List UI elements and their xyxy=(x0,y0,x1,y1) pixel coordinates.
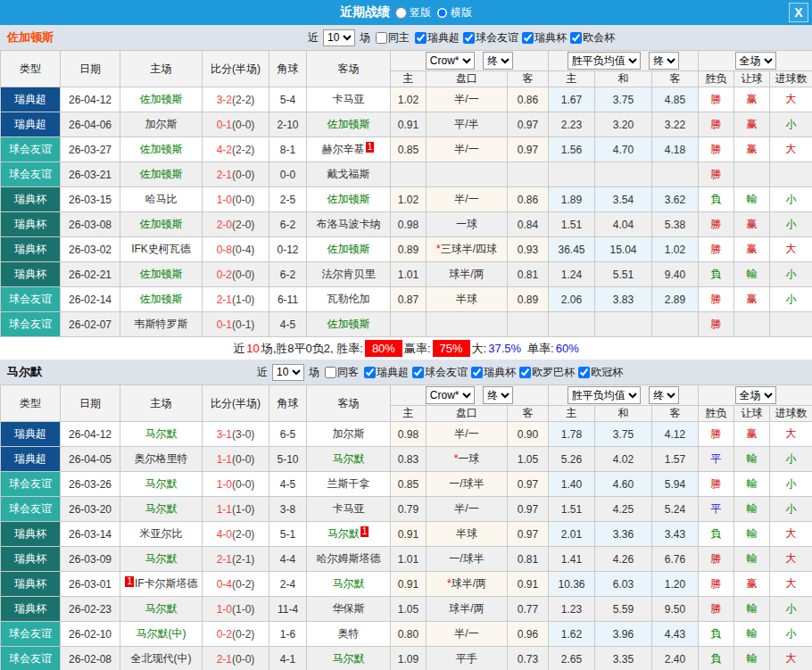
same-venue-filter[interactable]: 同主 xyxy=(376,30,410,45)
league-filter[interactable]: 球会友谊 xyxy=(463,30,518,45)
home-water-cell xyxy=(391,162,427,187)
league-checkbox[interactable] xyxy=(578,367,590,378)
league-filter[interactable]: 球会友谊 xyxy=(412,365,468,380)
away-water-cell: 0.97 xyxy=(508,472,549,497)
close-button[interactable]: X xyxy=(789,3,808,22)
summary-count: 10 xyxy=(246,342,259,355)
sub-home-water: 主 xyxy=(391,406,427,422)
league-filter-group: 瑞典超球会友谊瑞典杯欧罗巴杯欧冠杯 xyxy=(360,365,623,380)
handicap-result-cell: 輸 xyxy=(734,597,770,622)
same-venue-filter[interactable]: 同客 xyxy=(325,365,359,380)
result-text: 勝 xyxy=(711,293,722,305)
handicap-cell: 半/一 xyxy=(427,422,508,447)
horizontal-radio-input[interactable] xyxy=(436,7,448,19)
avg-odds-select[interactable]: 胜平负均值 xyxy=(568,386,641,404)
league-checkbox[interactable] xyxy=(364,367,376,378)
fulltime-score: 0-8 xyxy=(217,244,232,256)
league-filter[interactable]: 瑞典超 xyxy=(364,365,409,380)
away-water-cell: 0.86 xyxy=(508,187,549,212)
avg-home-cell: 36.45 xyxy=(549,237,595,262)
away-team-cell: 马尔默 xyxy=(307,572,391,597)
final-avg-select[interactable]: 终 xyxy=(649,386,679,404)
full-match-select[interactable]: 全场 xyxy=(735,52,776,70)
result-text: 小 xyxy=(786,218,797,230)
handicap-line: 半球 xyxy=(456,527,477,540)
avg-odds-select[interactable]: 胜平负均值 xyxy=(568,52,641,70)
date-cell: 26-04-06 xyxy=(61,112,120,137)
vertical-radio-input[interactable] xyxy=(395,7,407,19)
full-match-select[interactable]: 全场 xyxy=(735,386,776,404)
league-checkbox[interactable] xyxy=(519,367,531,378)
away-water-cell: 0.86 xyxy=(508,87,549,112)
outcome-cell: 勝 xyxy=(699,112,734,137)
match-row: 瑞典杯26-03-011IF卡尔斯塔德0-4(0-2)2-4马尔默0.91*球半… xyxy=(1,572,812,597)
layout-radio-vertical[interactable]: 竖版 xyxy=(395,5,431,21)
halftime-score: (2-2) xyxy=(232,94,254,106)
league-filter[interactable]: 瑞典超 xyxy=(415,30,460,45)
home-water-cell: 0.87 xyxy=(391,287,427,312)
handicap-line: 平手 xyxy=(456,652,477,665)
league-filter[interactable]: 欧冠杯 xyxy=(578,365,623,380)
league-checkbox[interactable] xyxy=(415,32,427,44)
match-row: 瑞典杯26-03-08佐加顿斯2-0(2-0)6-2布洛马波卡纳0.98一球0.… xyxy=(1,212,812,237)
home-water-value: 1.09 xyxy=(398,653,418,666)
red-card-badge: 1 xyxy=(366,142,375,153)
handicap-line: 半/一 xyxy=(454,502,478,515)
sub-home-water: 主 xyxy=(391,71,427,87)
home-water-cell: 0.91 xyxy=(391,572,427,597)
league-filter[interactable]: 瑞典杯 xyxy=(522,30,567,45)
handicap-result-cell: 輸 xyxy=(734,647,770,670)
league-checkbox[interactable] xyxy=(412,367,424,378)
league-checkbox[interactable] xyxy=(522,32,534,44)
result-text: 勝 xyxy=(711,143,722,155)
odds-company-select[interactable]: Crow* xyxy=(426,386,475,404)
league-filter[interactable]: 欧会杯 xyxy=(570,30,615,45)
home-team-name: 马尔默 xyxy=(145,552,178,565)
date-cell: 26-03-08 xyxy=(61,212,120,237)
handicap-line: 一/球半 xyxy=(449,552,484,565)
same-venue-checkbox[interactable] xyxy=(376,32,387,44)
final-avg-select[interactable]: 终 xyxy=(649,52,679,70)
league-type-label: 瑞典超 xyxy=(14,93,46,105)
league-checkbox[interactable] xyxy=(463,32,475,44)
avg-odds-value: 2.06 xyxy=(561,294,582,306)
home-water-cell: 0.89 xyxy=(391,237,427,262)
odds-company-select[interactable]: Crow* xyxy=(426,52,475,70)
home-team-cell: 加尔斯 xyxy=(120,112,203,137)
away-water-value: 0.77 xyxy=(518,603,538,616)
handicap-result-cell: 赢 xyxy=(734,287,770,312)
outcome-cell: 勝 xyxy=(699,87,734,112)
outcome-cell: 負 xyxy=(699,622,734,647)
same-venue-checkbox[interactable] xyxy=(325,367,336,378)
final-odds-select[interactable]: 终 xyxy=(483,52,513,70)
home-team-name: 马尔默 xyxy=(145,427,178,440)
type-cell: 瑞典超 xyxy=(1,422,61,447)
league-checkbox[interactable] xyxy=(570,32,582,44)
halftime-score: (1-0) xyxy=(232,503,254,516)
sub-avg-away: 客 xyxy=(652,406,699,422)
league-filter[interactable]: 欧罗巴杯 xyxy=(519,365,575,380)
sub-goals: 进球数 xyxy=(770,71,812,87)
handicap-line: 球半/两 xyxy=(452,577,486,590)
handicap-cell: 球半/两 xyxy=(427,262,508,287)
league-label: 瑞典超 xyxy=(377,365,409,380)
home-team-cell: 马尔默 xyxy=(120,497,203,522)
league-filter[interactable]: 瑞典杯 xyxy=(471,365,516,380)
layout-radio-horizontal[interactable]: 横版 xyxy=(436,5,472,21)
final-odds-select[interactable]: 终 xyxy=(483,386,513,404)
avg-draw-cell: 3.96 xyxy=(595,622,652,647)
away-team-name: 卡马亚 xyxy=(333,93,365,105)
col-date: 日期 xyxy=(61,51,120,87)
goals-result-cell: 大 xyxy=(770,137,812,162)
home-water-value: 0.83 xyxy=(398,453,418,466)
match-row: 球会友谊26-03-26马尔默1-0(0-0)4-5兰斯干拿0.85一/球半0.… xyxy=(1,472,812,497)
halftime-score: (3-0) xyxy=(232,428,254,441)
avg-home-cell: 1.23 xyxy=(549,597,595,622)
match-date: 26-04-12 xyxy=(69,94,112,106)
col-away: 客场 xyxy=(307,51,391,87)
league-checkbox[interactable] xyxy=(471,367,483,378)
result-text: 負 xyxy=(711,268,722,280)
recent-count-select[interactable]: 10 xyxy=(272,364,304,381)
recent-count-select[interactable]: 10 xyxy=(323,29,355,46)
avg-odds-value: 4.70 xyxy=(613,144,634,156)
